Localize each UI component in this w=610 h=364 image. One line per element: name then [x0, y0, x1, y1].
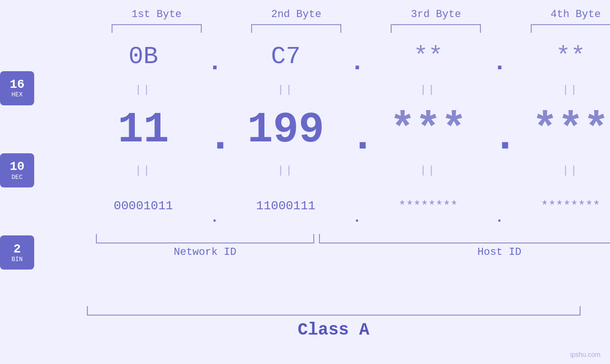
equals-row-2: || || || || [34, 161, 610, 180]
hex-val-4: ** [507, 43, 610, 71]
eq-1: || [79, 84, 207, 96]
bracket-bottom-network [96, 234, 314, 243]
dec-badge-label: DEC [11, 174, 22, 181]
data-section: 0B . C7 . ** . ** || || [34, 33, 610, 299]
dec-dot-2: . [350, 116, 364, 159]
bracket-top-1 [112, 24, 202, 33]
byte-col-1: 1st Byte [94, 9, 219, 33]
host-id-label: Host ID [319, 246, 610, 258]
dec-badge: 10 DEC [0, 153, 34, 187]
equals-row-1: || || || || [34, 80, 610, 99]
byte-col-2: 2nd Byte [234, 9, 359, 33]
bracket-top-3 [391, 24, 481, 33]
eq-3: || [364, 84, 492, 96]
dec-row: 11 . 199 . *** . *** [34, 99, 610, 161]
byte-col-4: 4th Byte [513, 9, 610, 33]
badges-column: 16 HEX 10 DEC 2 BIN [0, 33, 34, 299]
dec-val-1: 11 [79, 106, 207, 154]
dec-val-4: *** [507, 106, 610, 154]
hex-val-1: 0B [79, 43, 207, 71]
bin-badge: 2 BIN [0, 235, 34, 270]
main-container: 1st Byte 2nd Byte 3rd Byte 4th Byte 16 H… [0, 0, 610, 364]
network-id-label: Network ID [91, 246, 319, 258]
dec-dot-3: . [492, 116, 507, 159]
bin-val-1: 00001011 [79, 199, 207, 213]
bin-dot-1: . [207, 211, 222, 225]
hex-dot-2: . [350, 51, 364, 75]
eq-6: || [222, 165, 350, 177]
bin-val-4: ******** [507, 199, 610, 213]
byte-col-3: 3rd Byte [373, 9, 499, 33]
byte-label-4: 4th Byte [513, 9, 610, 20]
hex-dot-3: . [492, 51, 507, 75]
main-data-area: 16 HEX 10 DEC 2 BIN 0B . C7 [0, 33, 610, 299]
dec-dot-1: . [207, 116, 222, 159]
bottom-brackets-section: Network ID Host ID [91, 232, 610, 258]
dec-val-2: 199 [222, 106, 350, 154]
bottom-labels: Network ID Host ID [91, 246, 610, 258]
eq-2: || [222, 84, 350, 96]
bin-badge-label: BIN [11, 256, 22, 263]
class-label: Class A [28, 320, 610, 340]
bracket-bottom-host [319, 234, 610, 243]
hex-badge: 16 HEX [0, 71, 34, 105]
bin-badge-num: 2 [13, 243, 21, 256]
eq-8: || [507, 165, 610, 177]
byte-label-3: 3rd Byte [373, 9, 499, 20]
hex-badge-num: 16 [9, 78, 24, 92]
bin-dot-2: . [350, 211, 364, 225]
bin-val-3: ******** [364, 199, 492, 213]
byte-label-2: 2nd Byte [234, 9, 359, 20]
eq-4: || [507, 84, 610, 96]
dec-val-3: *** [364, 106, 492, 154]
bracket-top-2 [251, 24, 341, 33]
dec-badge-num: 10 [9, 160, 24, 174]
class-row: Class A [28, 306, 610, 340]
byte-label-1: 1st Byte [94, 9, 219, 20]
bracket-top-4 [531, 24, 610, 33]
hex-badge-label: HEX [11, 91, 22, 98]
bin-val-2: 11000111 [222, 199, 350, 213]
hex-val-3: ** [364, 43, 492, 71]
eq-5: || [79, 165, 207, 177]
hex-dot-1: . [207, 51, 222, 75]
bin-dot-3: . [492, 211, 507, 225]
eq-7: || [364, 165, 492, 177]
outer-bracket [87, 306, 581, 316]
hex-row: 0B . C7 . ** . ** [34, 33, 610, 80]
hex-val-2: C7 [222, 43, 350, 71]
header-row: 1st Byte 2nd Byte 3rd Byte 4th Byte [28, 0, 610, 33]
bottom-brackets [91, 234, 610, 243]
bin-row: 00001011 . 11000111 . ******** . *******… [34, 180, 610, 232]
watermark: ipshu.com [570, 351, 601, 358]
